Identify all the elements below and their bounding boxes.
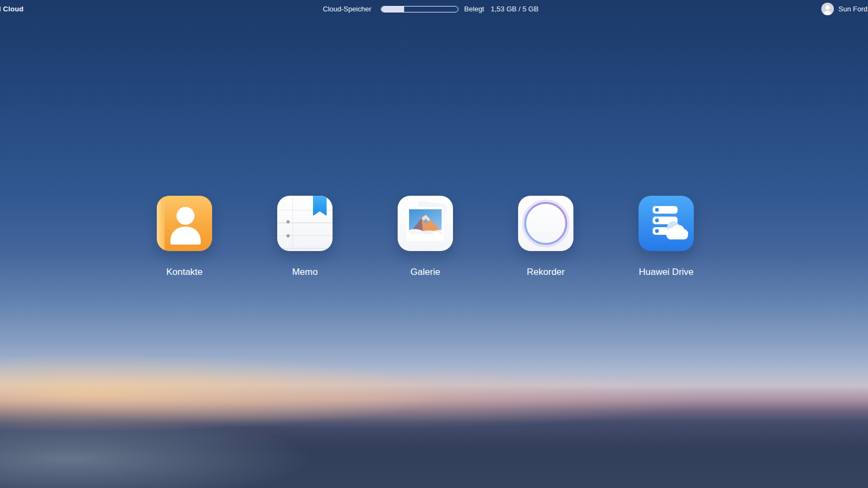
app-label: Rekorder bbox=[527, 267, 565, 278]
top-bar: I Cloud Cloud-Speicher Belegt 1,53 GB / … bbox=[0, 0, 868, 18]
storage-used-value: 1,53 GB / 5 GB bbox=[490, 5, 538, 13]
memo-hole-dot bbox=[286, 220, 290, 223]
app-label: Kontakte bbox=[166, 267, 202, 278]
drive-icon bbox=[639, 196, 694, 251]
memo-hole-dot bbox=[286, 234, 290, 237]
huawei-cloud-logo[interactable]: I Cloud bbox=[0, 0, 23, 18]
memo-margin-line bbox=[292, 198, 293, 249]
storage-indicator: Cloud-Speicher Belegt 1,53 GB / 5 GB bbox=[323, 0, 539, 18]
app-tile-galerie[interactable]: Galerie bbox=[398, 196, 453, 278]
app-label: Memo bbox=[292, 267, 317, 278]
app-tile-memo[interactable]: Memo bbox=[277, 196, 333, 278]
app-tile-huawei-drive[interactable]: Huawei Drive bbox=[639, 196, 694, 278]
user-menu[interactable]: Sun Ford bbox=[821, 0, 867, 18]
storage-used-label: Belegt bbox=[464, 5, 484, 13]
app-tile-kontakte[interactable]: Kontakte bbox=[157, 196, 212, 278]
user-avatar-icon bbox=[821, 3, 834, 15]
storage-progress-bar bbox=[381, 6, 458, 12]
memo-ruled-lines bbox=[277, 210, 333, 251]
app-label: Galerie bbox=[411, 267, 441, 278]
contacts-icon bbox=[157, 196, 212, 251]
recorder-icon bbox=[518, 196, 573, 251]
memo-icon bbox=[277, 196, 333, 251]
storage-label: Cloud-Speicher bbox=[323, 5, 372, 13]
app-label: Huawei Drive bbox=[639, 267, 693, 278]
gallery-icon bbox=[398, 196, 453, 251]
app-grid: Kontakte Memo bbox=[157, 196, 694, 278]
storage-progress-fill bbox=[381, 7, 404, 12]
app-tile-rekorder[interactable]: Rekorder bbox=[518, 196, 573, 278]
user-name: Sun Ford bbox=[839, 5, 867, 13]
